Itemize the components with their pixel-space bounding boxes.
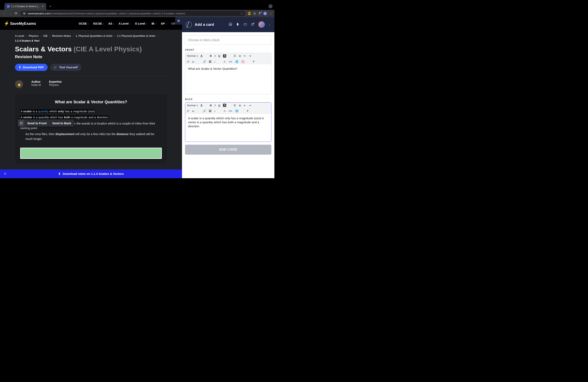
sidebar-close-button[interactable]: ✕ [175,17,182,25]
open-external-icon[interactable] [251,22,254,27]
superscript-icon[interactable]: x² [187,110,189,113]
send-to-front-button[interactable]: Send to Front [24,119,49,126]
globe-icon[interactable]: 🌐 [235,110,238,113]
new-tab-button[interactable]: + [48,3,53,10]
svg-line-1 [21,122,22,124]
format-select[interactable]: Normal▴▾ [187,104,198,107]
bookmark-star-icon[interactable]: ☆ [240,12,243,15]
globe-icon[interactable]: 🌐 [235,60,238,63]
nav-as[interactable]: AS⌄ [108,22,115,25]
send-to-back-button[interactable]: Send to Back [49,119,74,126]
text-color-icon[interactable]: A [200,54,202,57]
website-pane: ⚡ SaveMyExams GCSE⌄ IGCSE⌄ AS⌄ A Level⌄ … [0,17,182,178]
ordered-list-icon[interactable]: ☰ [234,104,236,107]
highlight-icon[interactable]: A [223,104,226,107]
audio-icon[interactable]: ♪ [214,110,216,113]
crumb-alevel[interactable]: A Level [15,34,24,37]
image-icon[interactable]: 🖼 [209,60,211,63]
chevron-down-icon: ⌄ [165,22,167,25]
bullet-list-icon[interactable]: ≣ [239,54,241,57]
tab-close-icon[interactable]: ✕ [42,5,44,8]
italic-icon[interactable]: I [215,104,216,107]
download-pdf-button[interactable]: ⬇ Download PDF [15,64,48,71]
crumb-topic11[interactable]: 1.1 Physical Quantities & Units [117,34,155,37]
profile-avatar[interactable] [263,12,267,15]
site-logo[interactable]: ⚡ SaveMyExams [4,21,36,26]
svg-rect-4 [252,24,253,25]
italic-icon[interactable]: I [215,54,216,57]
crumb-cie[interactable]: CIE [43,34,48,37]
indent-icon[interactable]: ⇥ [249,54,251,57]
quantity-link[interactable]: quantity [38,110,49,113]
add-card-button[interactable]: ADD CARD [185,145,272,155]
nav-ap[interactable]: AP⌄ [161,22,167,25]
code-icon[interactable]: </> [229,110,232,113]
indent-icon[interactable]: ⇥ [249,104,251,107]
ordered-list-icon[interactable]: ☰ [234,54,236,57]
outdent-icon[interactable]: ⇤ [244,54,246,57]
link-icon[interactable]: 🔗 [203,110,206,113]
clear-format-icon[interactable]: T [253,60,254,63]
link-icon[interactable]: 🔗 [203,60,206,63]
nav-forward-icon[interactable]: → [8,12,12,15]
site-nav: GCSE⌄ IGCSE⌄ AS⌄ A Level⌄ O Level⌄ IB⌄ A… [79,22,178,25]
crumb-physics[interactable]: Physics [29,34,39,37]
visibility-off-icon[interactable]: 🚫 [241,60,244,63]
code-icon[interactable]: </> [229,60,232,63]
site-info-icon[interactable]: ⚙ [22,12,26,15]
nav-olevel[interactable]: O Level⌄ [135,22,147,25]
underline-icon[interactable]: U [218,104,220,107]
text-color-icon[interactable]: A [200,104,202,107]
inbox-icon[interactable] [229,22,232,27]
selection-toolbar: Send to Front Send to Back [18,119,74,126]
tab-overflow-icon[interactable]: ⌄ [268,4,273,8]
extensions-icon[interactable]: ⧉ [253,12,256,15]
crumb-topic1[interactable]: 1. Physical Quantities & Units [76,34,112,37]
deck-input[interactable] [185,35,272,45]
article-p4: As the crow flies, their displacement wi… [20,132,162,141]
nav-reload-icon[interactable]: ⟳ [14,12,18,15]
folder-icon[interactable] [243,23,247,27]
nav-igcse[interactable]: IGCSE⌄ [93,22,104,25]
user-avatar[interactable] [258,21,265,28]
image-icon[interactable]: 🖼 [209,110,211,113]
nav-alevel[interactable]: A Level⌄ [119,22,131,25]
audio-icon[interactable]: ♪ [214,60,216,63]
bullet-list-icon[interactable]: ≣ [239,104,241,107]
format-select[interactable]: Normal▴▾ [187,54,198,57]
crumb-current: 1.1.4 Scalars & Vect [15,39,40,42]
labs-icon[interactable]: ⚗ [258,12,261,15]
bold-icon[interactable]: B [210,54,211,57]
extension-emoji-icon[interactable]: 😎 [248,12,251,15]
nav-ib[interactable]: IB⌄ [152,22,157,25]
subtitle: Revision Note [15,54,167,59]
back-content[interactable]: A scalar is a quantity which only has a … [185,114,271,142]
browser-tab[interactable]: ⚡ 1.1.4 Scalars & Vectors | CIE A ✕ [4,3,46,10]
front-content[interactable]: What are Scalar & Vector Quantities? [185,64,271,94]
download-banner[interactable]: ✕ ⬇ Download notes on 1.1.4 Scalars & Ve… [0,170,182,178]
clear-format-icon[interactable]: T [247,110,248,113]
author-row: 👩 Author Katie M Expertise Physics [15,80,167,88]
article-p2: A vector is a quantity which has both a … [20,115,162,119]
subscript-icon[interactable]: x₂ [192,60,194,63]
chevron-down-icon[interactable]: ⌄ [269,23,271,26]
outdent-icon[interactable]: ⇤ [244,104,246,107]
test-yourself-button[interactable]: 🎓 Test Yourself [50,64,81,71]
chevron-down-icon: ⌄ [155,22,157,25]
banner-close-icon[interactable]: ✕ [4,172,6,176]
kebab-menu-icon[interactable]: ⋮ [269,12,272,15]
underline-icon[interactable]: U [218,54,220,57]
nav-gcse[interactable]: GCSE⌄ [79,22,89,25]
formula-icon[interactable]: fₓ [224,60,226,63]
superscript-icon[interactable]: x² [187,60,189,63]
formula-icon[interactable]: fₓ [224,110,226,113]
subscript-icon[interactable]: x₂ [192,110,194,113]
nav-back-icon[interactable]: ← [2,12,6,15]
highlight-icon[interactable]: A [223,54,226,57]
document-icon[interactable] [236,22,239,27]
bold-icon[interactable]: B [210,104,211,107]
crumb-revision-notes[interactable]: Revision Notes [52,34,71,37]
url-bar[interactable]: ⚙ savemyexams.com/a-level/physics/cie/22… [20,11,245,16]
download-pdf-label: Download PDF [23,66,44,69]
breadcrumbs: A Level› Physics› CIE› Revision Notes› 1… [15,34,167,42]
